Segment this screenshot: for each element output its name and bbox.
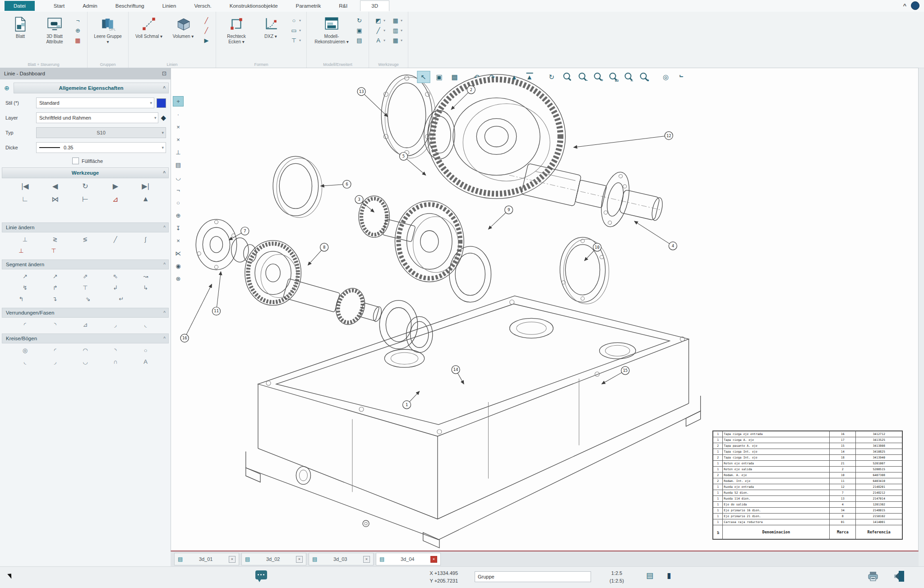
tool-icon[interactable]: ↝ (138, 273, 153, 280)
save-all-icon[interactable]: ▩ (448, 71, 461, 83)
ribbon-tool-icon[interactable]: ▦ (392, 17, 399, 24)
subsection-segment-aendern[interactable]: Segment ändern ^ (2, 259, 169, 269)
voll-schmal-button[interactable]: Voll Schmal ▾ (134, 14, 164, 39)
volumen-button[interactable]: Volumen ▾ (168, 14, 198, 39)
layer-icon[interactable]: ◆ (161, 114, 166, 122)
leere-gruppe-button[interactable]: DPL Leere Gruppe ▾ (93, 14, 123, 44)
line-variant-icon[interactable]: ╱ (203, 17, 210, 24)
dropdown-icon[interactable]: ▾ (401, 19, 402, 23)
tool-icon[interactable]: ◡ (78, 358, 93, 365)
drawing-canvas[interactable]: ↖ ▣ ▩ ↶ ↷ ▲ ▲ ↻ − + ▭ ↔ ● ◎ ¬ +·××⊥▤◡¬○⊕… (171, 68, 919, 551)
dropdown-icon[interactable]: ▾ (383, 38, 385, 42)
canvas-side-tool-icon[interactable]: ⊕ (173, 211, 183, 220)
zoom-icon[interactable] (561, 71, 573, 83)
dropdown-icon[interactable]: ▾ (299, 19, 301, 23)
tool-icon[interactable]: ⇗ (78, 273, 93, 280)
sheet-tab[interactable]: ▤ 3d_01 × (174, 553, 239, 565)
subsection-verrundungen[interactable]: Verrundungen/Fasen ^ (2, 308, 169, 318)
collapse-icon[interactable]: ^ (163, 336, 166, 341)
zoom-extents-icon[interactable]: ↔ (622, 71, 634, 83)
menu-tab[interactable]: Admin (77, 1, 103, 10)
select-arrow-icon[interactable]: ↖ (417, 71, 430, 83)
menu-tab[interactable]: R&I (333, 1, 353, 10)
zoom-in-icon[interactable]: + (591, 71, 604, 83)
menu-tab[interactable]: Linien (157, 1, 182, 10)
close-icon[interactable]: × (430, 556, 437, 563)
tool-icon[interactable]: ∫ (138, 236, 153, 243)
sheet-tab[interactable]: ▤ 3d_03 × (309, 553, 374, 565)
tool-icon[interactable]: ↳ (138, 284, 153, 291)
tool-icon[interactable]: ≷ (47, 236, 63, 243)
canvas-side-tool-icon[interactable]: · (173, 110, 183, 119)
close-icon[interactable]: × (229, 556, 236, 563)
sheet-tab[interactable]: ▤ 3d_02 × (241, 553, 306, 565)
chat-icon[interactable] (255, 570, 267, 579)
pages-icon[interactable]: ▮ (667, 571, 671, 580)
canvas-side-tool-icon[interactable]: × (173, 236, 183, 245)
line-variant-icon[interactable]: ╱ (203, 27, 210, 34)
menu-tab[interactable]: Versch. (189, 1, 217, 10)
tool-icon[interactable]: ⋈ (47, 195, 63, 204)
tool-icon[interactable]: ◀ (47, 182, 63, 190)
undo-icon[interactable]: ↶ (471, 71, 483, 83)
section-header-allgemein[interactable]: Allgemeine Eigenschaften ^ (14, 83, 169, 93)
tool-icon[interactable]: ⊿ (78, 321, 93, 328)
menu-tab[interactable]: 3D (360, 0, 389, 11)
tool-icon[interactable]: ◞ (108, 321, 123, 328)
grid-red-tool-icon[interactable]: ▦ (74, 37, 82, 44)
triangle-bar-icon[interactable]: ▲ (523, 71, 536, 83)
tool-icon[interactable]: ⊥ (17, 236, 32, 243)
canvas-side-tool-icon[interactable]: × (173, 135, 183, 144)
close-icon[interactable]: × (296, 556, 303, 563)
stil-select[interactable]: Standard ▾ (36, 97, 154, 108)
tool-icon[interactable]: ⊢ (78, 195, 93, 204)
tool-icon[interactable]: ◠ (78, 347, 93, 354)
blatt-button[interactable]: Blatt (5, 14, 35, 39)
menu-tab[interactable]: Datei (5, 1, 35, 11)
gear-tool-icon[interactable]: ⊕ (74, 27, 82, 34)
tool-icon[interactable]: ⇖ (108, 273, 123, 280)
tool-icon[interactable]: ≶ (78, 236, 93, 243)
canvas-side-tool-icon[interactable]: ▤ (173, 160, 183, 170)
canvas-side-tool-icon[interactable]: ⊗ (173, 274, 183, 283)
tool-icon[interactable]: ↵ (114, 296, 129, 302)
dropdown-icon[interactable]: ▾ (299, 38, 301, 42)
dropdown-icon[interactable]: ▾ (383, 19, 385, 23)
save-icon[interactable]: ▣ (433, 71, 445, 83)
canvas-side-tool-icon[interactable]: ↧ (173, 223, 183, 233)
tool-icon[interactable]: ⊤ (46, 247, 61, 254)
tool-icon[interactable]: ▶ (108, 182, 123, 190)
tool-icon[interactable]: ⊿ (108, 195, 123, 204)
canvas-side-tool-icon[interactable]: ⋉ (173, 249, 183, 258)
tool-icon[interactable]: ◞ (47, 358, 63, 365)
menu-tab[interactable]: Konstruktionsobjekte (224, 1, 283, 10)
modell-rekonstruieren-button[interactable]: Modell- Rekonstruieren ▾ (312, 14, 351, 44)
tool-icon[interactable]: ○ (138, 347, 153, 354)
tool-icon[interactable]: ⊤ (78, 284, 93, 291)
tool-icon[interactable]: ↗ (17, 273, 32, 280)
ribbon-tool-icon[interactable]: ◩ (374, 17, 382, 24)
canvas-side-tool-icon[interactable]: ⊥ (173, 148, 183, 157)
tool-icon[interactable]: ▶| (138, 182, 153, 190)
dropdown-icon[interactable]: ▾ (299, 28, 301, 32)
printer-icon[interactable] (867, 570, 879, 582)
collapse-ribbon-icon[interactable]: ^ (903, 2, 906, 9)
ribbon-tool-icon[interactable]: A (374, 37, 382, 44)
ribbon-tool-icon[interactable]: ╱ (374, 27, 382, 34)
fillflaeche-checkbox[interactable] (72, 157, 79, 164)
canvas-side-tool-icon[interactable]: ○ (173, 198, 183, 208)
ribbon-tool-icon[interactable]: ▥ (392, 27, 399, 34)
collapse-icon[interactable]: ^ (163, 310, 166, 315)
tool-icon[interactable]: ◎ (17, 347, 32, 354)
refresh-icon[interactable]: ↻ (545, 71, 558, 83)
tool-icon[interactable]: ◟ (138, 321, 153, 328)
group-input[interactable] (475, 571, 591, 582)
arrow-tool-icon[interactable]: ▶ (203, 37, 210, 44)
subsection-linie-aendern[interactable]: Linie ändern ^ (2, 222, 169, 232)
triangle-up-icon[interactable]: ▲ (508, 71, 520, 83)
zoom-out-icon[interactable]: − (576, 71, 588, 83)
menu-tab[interactable]: Parametrik (291, 1, 327, 10)
tool-icon[interactable]: ╱ (108, 236, 123, 243)
tool-icon[interactable]: ↻ (78, 182, 93, 190)
tool-icon[interactable]: ∩ (108, 358, 123, 365)
